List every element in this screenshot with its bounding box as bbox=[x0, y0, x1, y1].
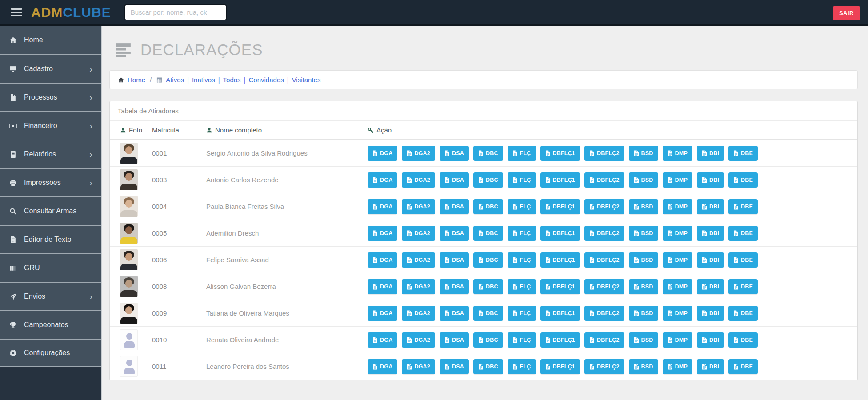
sidebar-item-home[interactable]: Home › bbox=[0, 26, 101, 54]
breadcrumb-filter-todos[interactable]: Todos bbox=[223, 76, 241, 84]
doc-button-dbi[interactable]: DBI bbox=[697, 306, 724, 321]
doc-button-dbc[interactable]: DBC bbox=[473, 359, 503, 374]
doc-button-flc[interactable]: FLÇ bbox=[508, 252, 536, 268]
doc-button-dbc[interactable]: DBC bbox=[473, 306, 503, 321]
doc-button-dsa[interactable]: DSA bbox=[440, 332, 469, 348]
doc-button-dga[interactable]: DGA bbox=[368, 359, 397, 374]
doc-button-dsa[interactable]: DSA bbox=[440, 226, 469, 241]
sidebar-item-configuracoes[interactable]: Configurações › bbox=[0, 339, 101, 367]
doc-button-dbc[interactable]: DBC bbox=[473, 172, 503, 188]
doc-button-dmp[interactable]: DMP bbox=[663, 332, 692, 348]
sidebar-item-editor-de-texto[interactable]: Editor de Texto › bbox=[0, 225, 101, 253]
doc-button-dga2[interactable]: DGA2 bbox=[402, 359, 435, 374]
sidebar-item-processos[interactable]: Processos › bbox=[0, 83, 101, 111]
doc-button-dbflc2[interactable]: DBFLÇ2 bbox=[584, 359, 624, 374]
doc-button-dmp[interactable]: DMP bbox=[663, 172, 692, 188]
doc-button-bsd[interactable]: BSD bbox=[629, 199, 658, 214]
doc-button-dmp[interactable]: DMP bbox=[663, 252, 692, 268]
doc-button-dga[interactable]: DGA bbox=[368, 332, 397, 348]
doc-button-dsa[interactable]: DSA bbox=[440, 199, 469, 214]
doc-button-dsa[interactable]: DSA bbox=[440, 279, 469, 294]
doc-button-bsd[interactable]: BSD bbox=[629, 306, 658, 321]
doc-button-dga2[interactable]: DGA2 bbox=[402, 146, 435, 161]
breadcrumb-filter-ativos[interactable]: Ativos bbox=[166, 76, 184, 84]
doc-button-dbe[interactable]: DBE bbox=[728, 199, 758, 214]
doc-button-dbflc1[interactable]: DBFLÇ1 bbox=[540, 199, 580, 214]
doc-button-dsa[interactable]: DSA bbox=[440, 359, 469, 374]
doc-button-dbc[interactable]: DBC bbox=[473, 146, 503, 161]
sidebar-item-relatorios[interactable]: Relatórios › bbox=[0, 140, 101, 168]
doc-button-dbflc1[interactable]: DBFLÇ1 bbox=[540, 306, 580, 321]
doc-button-dga[interactable]: DGA bbox=[368, 252, 397, 268]
doc-button-dbi[interactable]: DBI bbox=[697, 172, 724, 188]
doc-button-dbi[interactable]: DBI bbox=[697, 332, 724, 348]
logout-button[interactable]: SAIR bbox=[833, 6, 860, 20]
doc-button-dbe[interactable]: DBE bbox=[728, 332, 758, 348]
sidebar-item-consultar-armas[interactable]: Consultar Armas › bbox=[0, 196, 101, 225]
breadcrumb-filter-inativos[interactable]: Inativos bbox=[192, 76, 215, 84]
doc-button-dga2[interactable]: DGA2 bbox=[402, 199, 435, 214]
doc-button-dga[interactable]: DGA bbox=[368, 279, 397, 294]
doc-button-dbflc2[interactable]: DBFLÇ2 bbox=[584, 279, 624, 294]
doc-button-dbe[interactable]: DBE bbox=[728, 226, 758, 241]
doc-button-bsd[interactable]: BSD bbox=[629, 332, 658, 348]
doc-button-dga2[interactable]: DGA2 bbox=[402, 252, 435, 268]
doc-button-dsa[interactable]: DSA bbox=[440, 306, 469, 321]
breadcrumb-home-link[interactable]: Home bbox=[118, 76, 145, 84]
doc-button-dmp[interactable]: DMP bbox=[663, 279, 692, 294]
doc-button-dbi[interactable]: DBI bbox=[697, 279, 724, 294]
doc-button-dsa[interactable]: DSA bbox=[440, 252, 469, 268]
sidebar-item-cadastro[interactable]: Cadastro › bbox=[0, 54, 101, 83]
doc-button-dbflc1[interactable]: DBFLÇ1 bbox=[540, 279, 580, 294]
doc-button-dbe[interactable]: DBE bbox=[728, 172, 758, 188]
menu-toggle-icon[interactable] bbox=[11, 8, 22, 16]
doc-button-dga[interactable]: DGA bbox=[368, 199, 397, 214]
doc-button-dbc[interactable]: DBC bbox=[473, 199, 503, 214]
doc-button-dbi[interactable]: DBI bbox=[697, 146, 724, 161]
doc-button-bsd[interactable]: BSD bbox=[629, 226, 658, 241]
doc-button-dbflc2[interactable]: DBFLÇ2 bbox=[584, 252, 624, 268]
doc-button-dmp[interactable]: DMP bbox=[663, 146, 692, 161]
doc-button-dbe[interactable]: DBE bbox=[728, 306, 758, 321]
doc-button-dbflc1[interactable]: DBFLÇ1 bbox=[540, 226, 580, 241]
doc-button-dga[interactable]: DGA bbox=[368, 226, 397, 241]
doc-button-flc[interactable]: FLÇ bbox=[508, 279, 536, 294]
doc-button-flc[interactable]: FLÇ bbox=[508, 199, 536, 214]
doc-button-dbflc1[interactable]: DBFLÇ1 bbox=[540, 172, 580, 188]
doc-button-dbflc2[interactable]: DBFLÇ2 bbox=[584, 306, 624, 321]
doc-button-dga[interactable]: DGA bbox=[368, 146, 397, 161]
doc-button-dbc[interactable]: DBC bbox=[473, 332, 503, 348]
doc-button-dbi[interactable]: DBI bbox=[697, 252, 724, 268]
doc-button-dmp[interactable]: DMP bbox=[663, 306, 692, 321]
doc-button-dbe[interactable]: DBE bbox=[728, 359, 758, 374]
doc-button-dmp[interactable]: DMP bbox=[663, 199, 692, 214]
doc-button-flc[interactable]: FLÇ bbox=[508, 146, 536, 161]
doc-button-dbi[interactable]: DBI bbox=[697, 226, 724, 241]
doc-button-dbflc2[interactable]: DBFLÇ2 bbox=[584, 332, 624, 348]
doc-button-bsd[interactable]: BSD bbox=[629, 172, 658, 188]
doc-button-flc[interactable]: FLÇ bbox=[508, 172, 536, 188]
doc-button-bsd[interactable]: BSD bbox=[629, 146, 658, 161]
doc-button-flc[interactable]: FLÇ bbox=[508, 226, 536, 241]
doc-button-flc[interactable]: FLÇ bbox=[508, 332, 536, 348]
doc-button-bsd[interactable]: BSD bbox=[629, 252, 658, 268]
doc-button-dbflc1[interactable]: DBFLÇ1 bbox=[540, 359, 580, 374]
doc-button-dbflc1[interactable]: DBFLÇ1 bbox=[540, 146, 580, 161]
doc-button-dbflc2[interactable]: DBFLÇ2 bbox=[584, 199, 624, 214]
sidebar-item-impressoes[interactable]: Impressões › bbox=[0, 168, 101, 196]
doc-button-dbi[interactable]: DBI bbox=[697, 359, 724, 374]
sidebar-item-envios[interactable]: Envios › bbox=[0, 282, 101, 310]
doc-button-dga[interactable]: DGA bbox=[368, 172, 397, 188]
sidebar-item-gru[interactable]: GRU › bbox=[0, 253, 101, 282]
doc-button-bsd[interactable]: BSD bbox=[629, 359, 658, 374]
doc-button-dbe[interactable]: DBE bbox=[728, 252, 758, 268]
search-input[interactable] bbox=[124, 4, 227, 20]
doc-button-dga2[interactable]: DGA2 bbox=[402, 279, 435, 294]
doc-button-dbc[interactable]: DBC bbox=[473, 226, 503, 241]
doc-button-dbflc2[interactable]: DBFLÇ2 bbox=[584, 172, 624, 188]
doc-button-flc[interactable]: FLÇ bbox=[508, 306, 536, 321]
doc-button-dbc[interactable]: DBC bbox=[473, 252, 503, 268]
doc-button-dga2[interactable]: DGA2 bbox=[402, 306, 435, 321]
doc-button-dga[interactable]: DGA bbox=[368, 306, 397, 321]
doc-button-dbe[interactable]: DBE bbox=[728, 146, 758, 161]
